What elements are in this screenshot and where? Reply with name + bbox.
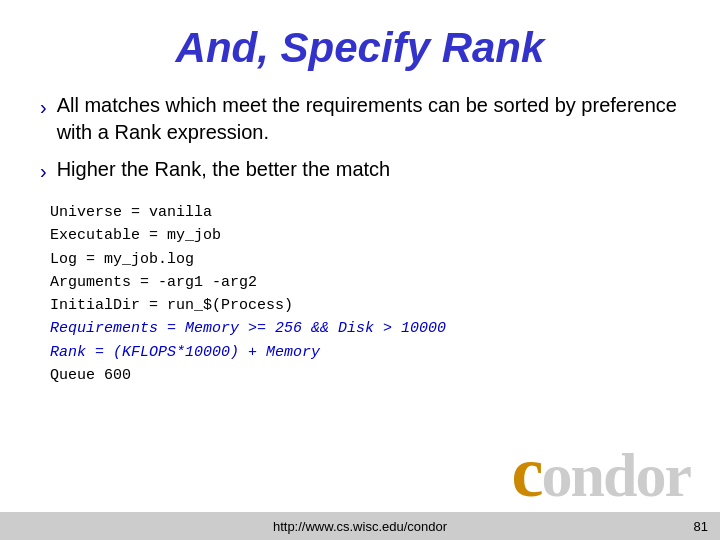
code-line-2: Executable = my_job [50,224,680,247]
condor-c: c [512,432,542,512]
condor-logo: condor [512,436,690,508]
code-line-6: Requirements = Memory >= 256 && Disk > 1… [50,317,680,340]
code-line-1: Universe = vanilla [50,201,680,224]
code-line-5: InitialDir = run_$(Process) [50,294,680,317]
condor-rest: ondor [542,441,690,509]
page-number: 81 [694,519,708,534]
code-block: Universe = vanilla Executable = my_job L… [50,201,680,387]
bottom-bar: http://www.cs.wisc.edu/condor [0,512,720,540]
code-line-8: Queue 600 [50,364,680,387]
footer-url: http://www.cs.wisc.edu/condor [273,519,447,534]
bullet-list: › All matches which meet the requirement… [40,92,680,185]
code-line-7: Rank = (KFLOPS*10000) + Memory [50,341,680,364]
slide-title: And, Specify Rank [40,24,680,72]
bullet-arrow-2: › [40,158,47,185]
bullet-text-1: All matches which meet the requirements … [57,92,680,146]
code-line-4: Arguments = -arg1 -arg2 [50,271,680,294]
slide: And, Specify Rank › All matches which me… [0,0,720,540]
bullet-item-2: › Higher the Rank, the better the match [40,156,680,185]
bullet-arrow-1: › [40,94,47,121]
bullet-text-2: Higher the Rank, the better the match [57,156,680,183]
bullet-item-1: › All matches which meet the requirement… [40,92,680,146]
code-line-3: Log = my_job.log [50,248,680,271]
